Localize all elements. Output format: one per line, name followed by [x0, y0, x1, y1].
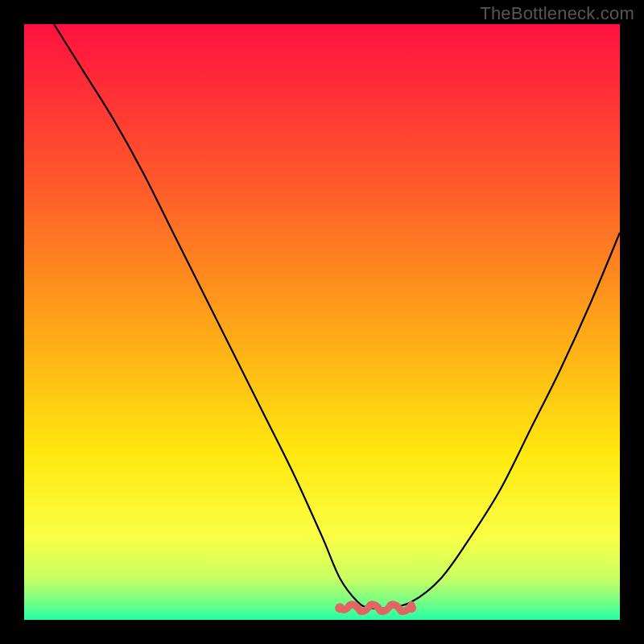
chart-frame: { "watermark": "TheBottleneck.com", "col… [0, 0, 644, 644]
svg-point-1 [407, 603, 416, 613]
bottleneck-chart [24, 24, 620, 620]
watermark-text: TheBottleneck.com [480, 3, 634, 24]
gradient-bg [24, 24, 620, 620]
svg-point-0 [335, 603, 345, 613]
